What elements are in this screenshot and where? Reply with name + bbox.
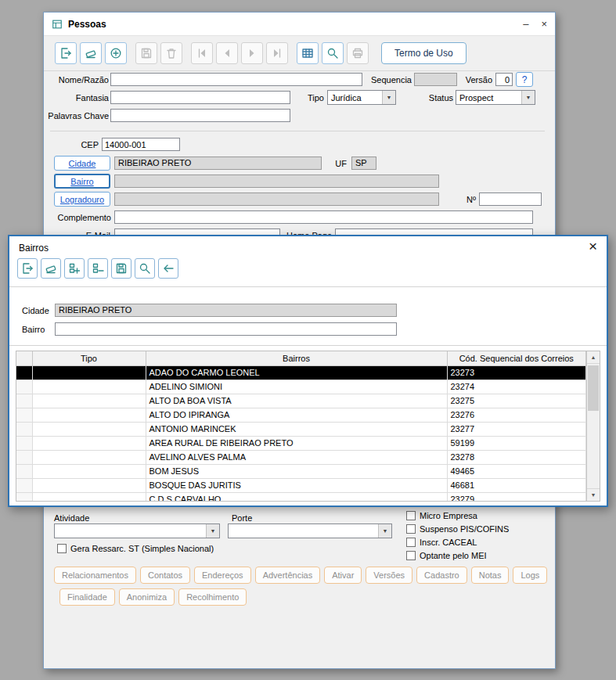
clear-icon[interactable] bbox=[80, 42, 102, 64]
main-toolbar: Termo de Uso bbox=[44, 36, 555, 71]
print-icon[interactable] bbox=[347, 42, 369, 64]
atividade-select[interactable]: ▼ bbox=[54, 523, 220, 538]
micro-empresa-checkbox[interactable]: Micro Empresa bbox=[406, 511, 477, 520]
vertical-scrollbar[interactable]: ▲ ▼ bbox=[586, 351, 600, 501]
suspenso-pis-cofins-checkbox[interactable]: Suspenso PIS/COFINS bbox=[406, 524, 509, 534]
exit-icon[interactable] bbox=[55, 42, 77, 64]
optante-mei-checkbox[interactable]: Optante pelo MEI bbox=[406, 551, 487, 560]
search-icon[interactable] bbox=[322, 42, 344, 64]
cod-sequencial-column-header[interactable]: Cód. Sequencial dos Correios bbox=[447, 351, 586, 365]
tipo-select[interactable]: Jurídica ▼ bbox=[327, 90, 396, 105]
numero-input[interactable] bbox=[479, 192, 542, 206]
tipo-column-header[interactable]: Tipo bbox=[32, 351, 146, 365]
dialog-close-button[interactable]: × bbox=[589, 238, 597, 256]
table-row[interactable]: BOSQUE DAS JURITIS46681 bbox=[16, 478, 586, 492]
bairros-dialog: Bairros × Cidade RIBEIRAO PRETO Bairro T… bbox=[8, 235, 608, 507]
dialog-cidade-field: RIBEIRAO PRETO bbox=[55, 304, 397, 317]
table-row[interactable]: ALTO DO IPIRANGA23276 bbox=[16, 408, 586, 422]
enderecos-button[interactable]: Endereços bbox=[194, 567, 251, 584]
clear-icon[interactable] bbox=[41, 258, 61, 279]
dialog-bairro-label: Bairro bbox=[22, 325, 45, 334]
cidade-field: RIBEIRAO PRETO bbox=[114, 157, 322, 170]
table-row[interactable]: ADELINO SIMIONI23274 bbox=[16, 380, 586, 394]
cep-label: CEP bbox=[59, 140, 99, 149]
action-buttons-row1: Relacionamentos Contatos Endereços Adver… bbox=[54, 567, 547, 584]
complemento-input[interactable] bbox=[114, 210, 533, 224]
finalidade-button[interactable]: Finalidade bbox=[59, 588, 115, 606]
table-row[interactable]: AVELINO ALVES PALMA23278 bbox=[16, 450, 586, 464]
bairros-grid: Tipo Bairros Cód. Sequencial dos Correio… bbox=[16, 351, 600, 502]
dialog-bairro-input[interactable] bbox=[55, 322, 397, 336]
scroll-down-icon[interactable]: ▼ bbox=[587, 488, 600, 501]
help-button[interactable]: ? bbox=[516, 72, 533, 87]
table-row[interactable]: ADAO DO CARMO LEONEL23273 bbox=[16, 365, 586, 380]
status-select[interactable]: Prospect ▼ bbox=[456, 90, 535, 105]
minimize-button[interactable]: – bbox=[523, 19, 528, 29]
bairro-button[interactable]: Bairro bbox=[54, 174, 110, 189]
nome-razao-input[interactable] bbox=[110, 73, 362, 86]
porte-select[interactable]: ▼ bbox=[228, 523, 392, 538]
palavras-chave-input[interactable] bbox=[110, 109, 290, 122]
cep-input[interactable] bbox=[102, 138, 180, 151]
last-record-icon[interactable] bbox=[266, 42, 288, 64]
table-row[interactable]: ANTONIO MARINCEK23277 bbox=[16, 422, 586, 436]
add-row-icon[interactable] bbox=[64, 258, 85, 279]
scroll-up-icon[interactable]: ▲ bbox=[587, 351, 600, 364]
remove-row-icon[interactable] bbox=[88, 258, 108, 279]
relacionamentos-button[interactable]: Relacionamentos bbox=[54, 567, 136, 584]
scrollbar-thumb[interactable] bbox=[588, 365, 599, 411]
cadastro-button[interactable]: Cadastro bbox=[416, 567, 467, 584]
save-icon[interactable] bbox=[135, 42, 157, 64]
app-icon bbox=[52, 19, 63, 30]
checkbox-box[interactable] bbox=[406, 538, 416, 547]
cidade-button[interactable]: Cidade bbox=[54, 156, 110, 171]
anonimiza-button[interactable]: Anonimiza bbox=[119, 588, 175, 606]
logradouro-button[interactable]: Logradouro bbox=[54, 192, 110, 207]
delete-icon[interactable] bbox=[160, 42, 182, 64]
table-row[interactable]: BOM JESUS49465 bbox=[16, 464, 586, 478]
ativar-button[interactable]: Ativar bbox=[324, 567, 362, 584]
next-record-icon[interactable] bbox=[241, 42, 263, 64]
exit-icon[interactable] bbox=[17, 258, 38, 279]
close-button[interactable]: × bbox=[541, 19, 547, 29]
notas-button[interactable]: Notas bbox=[471, 567, 510, 584]
gera-ressarc-checkbox[interactable]: Gera Ressarc. ST (Simples Nacional) bbox=[57, 544, 214, 553]
save-icon[interactable] bbox=[111, 258, 131, 279]
bairros-column-header[interactable]: Bairros bbox=[146, 351, 447, 365]
logradouro-field bbox=[114, 192, 439, 206]
contatos-button[interactable]: Contatos bbox=[140, 567, 190, 584]
versoes-button[interactable]: Versões bbox=[366, 567, 412, 584]
tipo-selected-value: Jurídica bbox=[331, 93, 362, 103]
chevron-down-icon: ▼ bbox=[378, 524, 391, 538]
recolhimento-button[interactable]: Recolhimento bbox=[178, 588, 247, 606]
previous-record-icon[interactable] bbox=[216, 42, 238, 64]
uf-label: UF bbox=[327, 159, 347, 168]
checkbox-box[interactable] bbox=[406, 551, 416, 560]
logs-button[interactable]: Logs bbox=[513, 567, 547, 584]
sequencia-label: Sequencia bbox=[366, 75, 412, 85]
dialog-toolbar bbox=[17, 258, 178, 279]
table-row[interactable]: AREA RURAL DE RIBEIRAO PRETO59199 bbox=[16, 436, 586, 450]
fantasia-input[interactable] bbox=[110, 91, 290, 104]
advertencias-button[interactable]: Advertências bbox=[255, 567, 321, 584]
status-selected-value: Prospect bbox=[459, 93, 493, 103]
back-icon[interactable] bbox=[158, 258, 178, 279]
table-row[interactable]: ALTO DA BOA VISTA23275 bbox=[16, 394, 586, 408]
table-row[interactable]: C.D.S CARVALHO23279 bbox=[16, 492, 586, 502]
versao-input[interactable] bbox=[495, 73, 513, 86]
inscr-caceal-checkbox[interactable]: Inscr. CACEAL bbox=[406, 538, 477, 547]
grid-header-row: Tipo Bairros Cód. Sequencial dos Correio… bbox=[16, 351, 586, 365]
termo-de-uso-button[interactable]: Termo de Uso bbox=[381, 42, 467, 64]
grid-icon[interactable] bbox=[297, 42, 319, 64]
sequencia-field bbox=[414, 73, 457, 86]
dialog-divider bbox=[9, 345, 607, 346]
add-icon[interactable] bbox=[105, 42, 127, 64]
chevron-down-icon: ▼ bbox=[206, 524, 219, 538]
checkbox-box[interactable] bbox=[406, 511, 416, 520]
search-icon[interactable] bbox=[135, 258, 155, 279]
inscr-caceal-label: Inscr. CACEAL bbox=[420, 538, 477, 547]
checkbox-box[interactable] bbox=[57, 544, 67, 553]
numero-label: Nº bbox=[455, 195, 476, 204]
checkbox-box[interactable] bbox=[406, 524, 416, 534]
first-record-icon[interactable] bbox=[191, 42, 213, 64]
